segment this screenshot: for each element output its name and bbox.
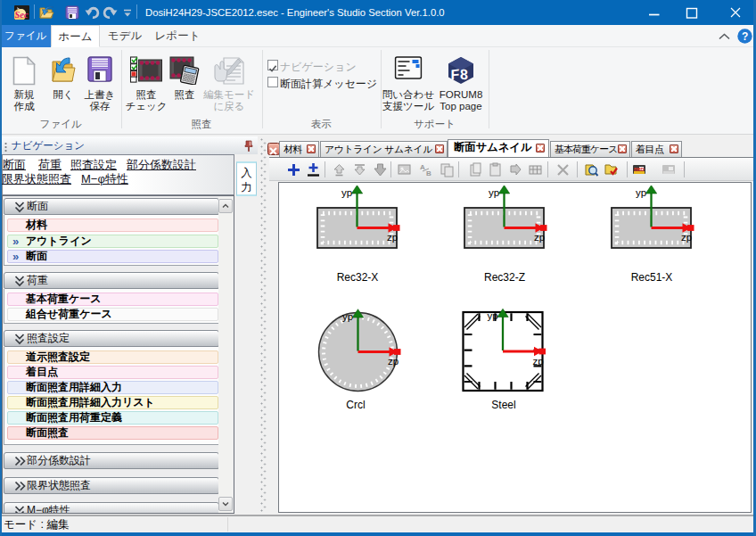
svg-text:8: 8 (460, 66, 468, 83)
svg-text:BMD: BMD (634, 167, 645, 172)
svg-text:?: ? (742, 30, 748, 43)
svg-text:Sec: Sec (15, 10, 29, 20)
svg-text:F: F (451, 66, 460, 83)
svg-text:B: B (426, 169, 431, 177)
